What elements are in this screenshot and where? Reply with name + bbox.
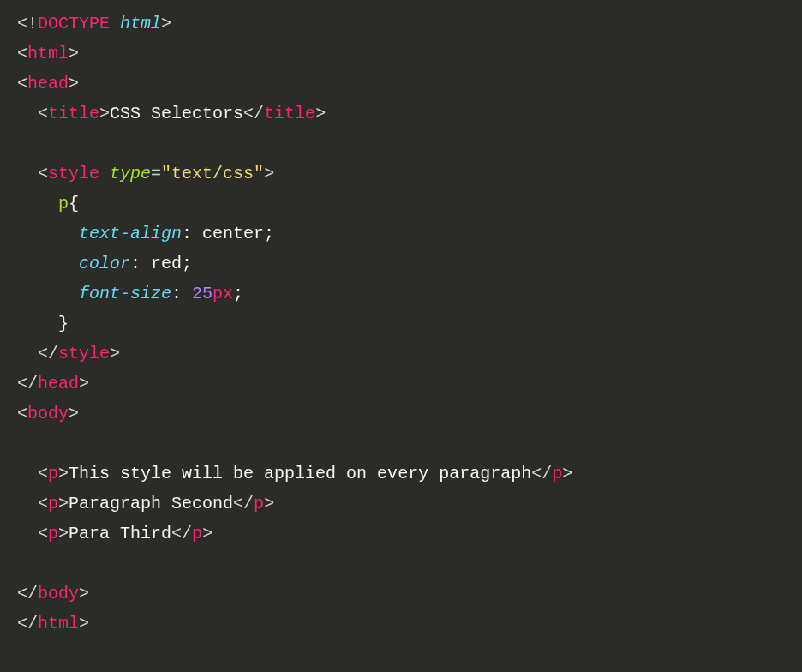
tag-title: title xyxy=(48,104,99,123)
css-unit: px xyxy=(212,284,233,303)
line-style-close: </style> xyxy=(17,339,785,369)
bracket: > xyxy=(315,104,326,123)
bracket: </ xyxy=(17,614,38,633)
bracket: < xyxy=(38,104,48,123)
bracket: < xyxy=(38,164,48,183)
line-p-0: <p>This style will be applied on every p… xyxy=(17,459,785,489)
bracket: > xyxy=(79,584,89,603)
line-head-open: <head> xyxy=(17,69,785,99)
line-rule-1: color: red; xyxy=(17,249,785,279)
bracket: < xyxy=(17,74,27,93)
indent xyxy=(17,164,38,183)
tag-title-close: title xyxy=(264,104,315,123)
bracket: > xyxy=(58,494,69,513)
bracket: </ xyxy=(531,464,552,483)
line-html-close: </html> xyxy=(17,609,785,639)
tag-style: style xyxy=(48,164,99,183)
bracket: > xyxy=(69,44,79,63)
bracket: > xyxy=(58,524,69,543)
tag-p: p xyxy=(48,524,58,543)
line-html-open: <html> xyxy=(17,39,785,69)
bracket: </ xyxy=(17,374,38,393)
css-prop: color xyxy=(79,254,130,273)
line-rule-2: font-size: 25px; xyxy=(17,279,785,309)
tag-style-close: style xyxy=(58,344,110,363)
semi: ; xyxy=(233,284,243,303)
line-empty xyxy=(17,549,785,579)
tag-body: body xyxy=(27,404,69,423)
bracket: </ xyxy=(171,524,192,543)
colon: : xyxy=(171,284,182,303)
line-head-close: </head> xyxy=(17,369,785,399)
bracket: > xyxy=(69,404,79,423)
line-title: <title>CSS Selectors</title> xyxy=(17,99,785,129)
bracket: > xyxy=(79,374,89,393)
doctype-html: html xyxy=(120,14,161,33)
indent xyxy=(17,314,58,333)
bracket: </ xyxy=(38,344,58,363)
line-p-2: <p>Para Third</p> xyxy=(17,519,785,549)
code-editor[interactable]: <!DOCTYPE html> <html> <head> <title>CSS… xyxy=(17,9,785,639)
tag-p-close: p xyxy=(552,464,562,483)
semi: ; xyxy=(182,254,192,273)
doctype-open: <! xyxy=(17,14,38,33)
indent xyxy=(17,104,38,123)
indent xyxy=(17,224,79,243)
indent xyxy=(17,284,79,303)
colon: : xyxy=(130,254,141,273)
bracket: < xyxy=(17,44,27,63)
semi: ; xyxy=(264,224,274,243)
bracket: > xyxy=(58,464,69,483)
title-text: CSS Selectors xyxy=(110,104,243,123)
line-brace-close: } xyxy=(17,309,785,339)
bracket: > xyxy=(202,524,212,543)
bracket: > xyxy=(99,104,110,123)
css-value: center xyxy=(192,224,264,243)
brace-close: } xyxy=(58,314,69,333)
tag-head-close: head xyxy=(38,374,79,393)
line-p-1: <p>Paragraph Second</p> xyxy=(17,489,785,519)
tag-html-close: html xyxy=(38,614,79,633)
bracket: < xyxy=(17,404,27,423)
attr-type: type xyxy=(110,164,151,183)
tag-p-close: p xyxy=(192,524,202,543)
bracket: < xyxy=(38,464,48,483)
tag-body-close: body xyxy=(38,584,79,603)
bracket: > xyxy=(264,494,274,513)
css-selector: p xyxy=(58,194,69,213)
line-doctype: <!DOCTYPE html> xyxy=(17,9,785,39)
indent xyxy=(17,494,38,513)
line-body-close: </body> xyxy=(17,579,785,609)
indent xyxy=(17,344,38,363)
bracket: > xyxy=(110,344,120,363)
equals: = xyxy=(151,164,161,183)
colon: : xyxy=(182,224,192,243)
bracket: </ xyxy=(17,584,38,603)
bracket: < xyxy=(38,494,48,513)
indent xyxy=(17,254,79,273)
bracket: </ xyxy=(243,104,264,123)
tag-p: p xyxy=(48,494,58,513)
indent xyxy=(17,524,38,543)
line-selector: p{ xyxy=(17,189,785,219)
p-text: Para Third xyxy=(69,524,171,543)
line-body-open: <body> xyxy=(17,399,785,429)
bracket: > xyxy=(69,74,79,93)
tag-head: head xyxy=(27,74,69,93)
brace-open: { xyxy=(69,194,79,213)
bracket: </ xyxy=(233,494,254,513)
line-empty xyxy=(17,129,785,159)
bracket: < xyxy=(38,524,48,543)
bracket: > xyxy=(562,464,572,483)
doctype-keyword: DOCTYPE xyxy=(38,14,110,33)
tag-p: p xyxy=(48,464,58,483)
p-text: Paragraph Second xyxy=(69,494,233,513)
p-text: This style will be applied on every para… xyxy=(69,464,531,483)
css-prop: font-size xyxy=(79,284,171,303)
tag-p-close: p xyxy=(254,494,264,513)
line-empty xyxy=(17,429,785,459)
css-value: red xyxy=(141,254,182,273)
css-number: 25 xyxy=(182,284,212,303)
doctype-close: > xyxy=(161,14,171,33)
attr-value: "text/css" xyxy=(161,164,264,183)
